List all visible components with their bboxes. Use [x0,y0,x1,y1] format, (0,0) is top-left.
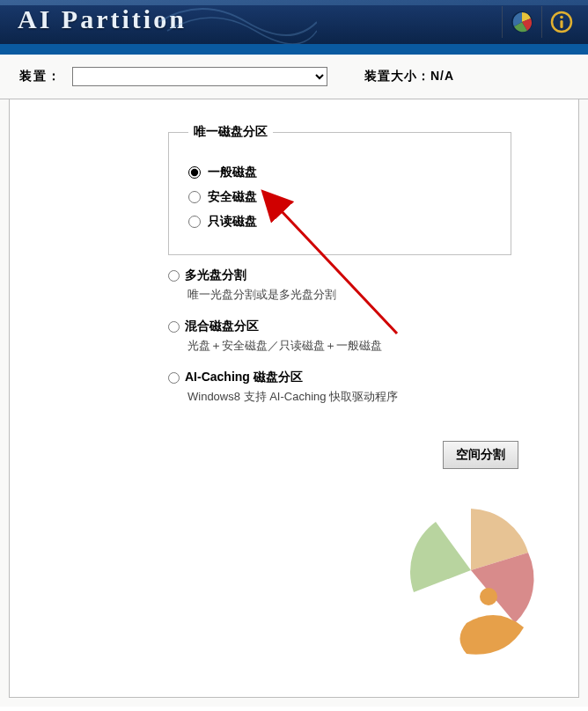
group-legend: 唯一磁盘分区 [188,124,273,140]
radio-input-normal[interactable] [188,166,201,179]
radio-input-mixed[interactable] [168,321,180,333]
option-multi-disc: 多光盘分割 唯一光盘分割或是多光盘分割 [168,268,511,303]
divider [502,6,503,38]
radio-label: 只读磁盘 [208,214,257,230]
device-size: 装置大小：N/A [364,69,454,84]
device-label: 装置： [19,69,62,84]
info-icon[interactable] [546,6,577,38]
radio-mixed-partition[interactable]: 混合磁盘分区 [168,319,511,334]
svg-point-5 [480,588,497,605]
option-desc: 唯一光盘分割或是多光盘分割 [187,287,511,303]
pie-icon[interactable] [506,6,538,38]
option-ai-caching: AI-Caching 磁盘分区 Windows8 支持 AI-Caching 快… [168,370,511,405]
radio-ai-caching[interactable]: AI-Caching 磁盘分区 [168,370,511,385]
svg-point-2 [560,16,563,19]
radio-input-aicache[interactable] [168,372,180,384]
header-toolbar [502,6,577,38]
radio-label: 一般磁盘 [208,165,257,180]
space-split-button[interactable]: 空间分割 [443,441,518,469]
blue-separator [0,44,588,55]
device-size-label: 装置大小： [364,69,430,83]
single-partition-group: 唯一磁盘分区 一般磁盘 安全磁盘 只读磁盘 [168,124,511,255]
radio-label: 多光盘分割 [185,268,246,283]
radio-secure-disk[interactable]: 安全磁盘 [188,189,491,205]
radio-readonly-disk[interactable]: 只读磁盘 [188,214,491,230]
radio-label: 混合磁盘分区 [185,319,259,334]
radio-label: AI-Caching 磁盘分区 [185,370,303,385]
option-desc: 光盘＋安全磁盘／只读磁盘＋一般磁盘 [187,338,511,354]
brand-title: AI Partition [18,4,187,34]
device-select[interactable] [72,67,327,86]
app-header: AI Partition [0,0,588,44]
background-logo [383,491,559,667]
device-row: 装置： 装置大小：N/A [9,55,579,99]
radio-input-readonly[interactable] [188,216,201,228]
svg-rect-3 [560,20,562,28]
radio-normal-disk[interactable]: 一般磁盘 [188,165,491,180]
radio-input-secure[interactable] [188,191,201,203]
main-panel: 唯一磁盘分区 一般磁盘 安全磁盘 只读磁盘 多光盘分割 唯一光盘分割或是多光 [9,99,579,698]
radio-label: 安全磁盘 [208,189,257,205]
option-mixed-partition: 混合磁盘分区 光盘＋安全磁盘／只读磁盘＋一般磁盘 [168,319,511,354]
radio-multi-disc[interactable]: 多光盘分割 [168,268,511,283]
outer-options: 多光盘分割 唯一光盘分割或是多光盘分割 混合磁盘分区 光盘＋安全磁盘／只读磁盘＋… [168,268,511,405]
divider [541,6,542,38]
content-area: 装置： 装置大小：N/A 唯一磁盘分区 一般磁盘 安全磁盘 只读磁盘 [0,55,588,707]
option-desc: Windows8 支持 AI-Caching 快取驱动程序 [187,389,511,405]
device-size-value: N/A [430,69,454,83]
radio-input-multi[interactable] [168,270,180,282]
